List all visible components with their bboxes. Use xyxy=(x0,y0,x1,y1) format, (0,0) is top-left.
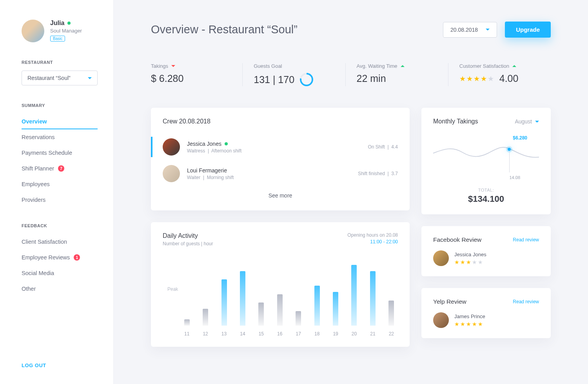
chart-tick: 22 xyxy=(389,331,394,337)
nav-item-reservations[interactable]: Reservations xyxy=(22,129,98,145)
trend-down-icon xyxy=(171,65,175,67)
nav-item-other[interactable]: Other xyxy=(22,281,98,297)
crew-card: Crew 20.08.2018 Jessica Jones Waitress |… xyxy=(151,108,410,210)
facebook-review-card: Facebook Review Read review Jessica Jone… xyxy=(421,226,551,276)
spark-guideline xyxy=(509,151,510,172)
metric-waiting: Avg. Waiting Time 22 min xyxy=(346,63,448,86)
nav-label: Overview xyxy=(22,118,47,125)
nav-label: Employees xyxy=(22,181,50,187)
metric-satisfaction: Customer Satisfaction ★★★★★ 4.00 xyxy=(448,63,551,86)
spark-highlight-value: $6.280 xyxy=(513,135,527,141)
page-title: Overview - Restaurant “Soul” xyxy=(151,23,298,36)
chart-tick: 16 xyxy=(277,331,282,337)
metric-value: 22 min xyxy=(357,73,437,84)
metric-takings: Takings $ 6.280 xyxy=(151,63,243,86)
daily-title: Daily Activity xyxy=(163,232,213,239)
metric-label-text: Avg. Waiting Time xyxy=(357,63,397,69)
crew-title: Crew 20.08.2018 xyxy=(163,118,398,125)
metric-label-text: Takings xyxy=(151,63,168,69)
star-rating: ★★★★★ xyxy=(454,321,485,327)
metric-value-text: 131 | 170 xyxy=(254,74,294,85)
section-label-restaurant: RESTAURANT xyxy=(22,60,98,65)
see-more-link[interactable]: See more xyxy=(163,187,398,200)
daily-subtitle: Number of guests | hour xyxy=(163,241,213,246)
nav-label: Payments Schedule xyxy=(22,150,72,156)
crew-status: Shift finished | 3.7 xyxy=(358,171,398,176)
nav-item-shift-planner[interactable]: Shift Planner7 xyxy=(22,161,98,176)
read-review-link[interactable]: Read review xyxy=(513,237,539,243)
restaurant-selected: Restaurant “Soul” xyxy=(27,75,71,81)
metric-label-text: Customer Satisfaction xyxy=(459,63,509,69)
topbar: Overview - Restaurant “Soul” 20.08.2018 … xyxy=(151,22,551,38)
crew-avatar xyxy=(163,138,180,156)
chart-tick: 18 xyxy=(314,331,319,337)
review-source: Facebook Review xyxy=(433,236,481,243)
chevron-down-icon xyxy=(486,29,490,31)
chart-tick: 12 xyxy=(203,331,208,337)
star-rating: ★★★★★ xyxy=(454,259,486,265)
daily-activity-card: Daily Activity Number of guests | hour O… xyxy=(151,222,410,347)
chart-tick: 15 xyxy=(259,331,264,337)
chart-tick: 13 xyxy=(221,331,227,337)
chart-bar xyxy=(184,319,190,326)
yelp-review-card: Yelp Review Read review James Prince ★★★… xyxy=(421,288,551,338)
trend-up-icon xyxy=(512,65,516,67)
chevron-down-icon xyxy=(535,121,539,123)
metric-label-text: Guests Goal xyxy=(254,63,282,69)
monthly-total-value: $134.100 xyxy=(433,194,539,204)
nav-label: Social Media xyxy=(22,270,54,276)
nav-item-providers[interactable]: Providers xyxy=(22,192,98,208)
online-dot-icon xyxy=(67,22,71,25)
date-picker[interactable]: 20.08.2018 xyxy=(443,22,497,38)
nav-label: Providers xyxy=(22,197,45,203)
badge-count: 1 xyxy=(74,254,80,261)
chart-bar xyxy=(258,302,264,326)
nav-item-overview[interactable]: Overview xyxy=(22,114,98,129)
crew-item[interactable]: Loui Fermagerie Waiter | Morning shift S… xyxy=(163,160,398,187)
badge-count: 7 xyxy=(58,165,64,172)
metric-guests: Guests Goal 131 | 170 xyxy=(243,63,345,86)
section-label-summary: SUMMARY xyxy=(22,103,98,108)
chart-bar xyxy=(370,271,376,326)
nav-item-payments[interactable]: Payments Schedule xyxy=(22,145,98,161)
chart-bar xyxy=(351,265,357,326)
chart-bar xyxy=(388,301,394,326)
sparkline-chart: $6.280 14.08 xyxy=(433,137,539,180)
trend-up-icon xyxy=(401,65,405,67)
crew-name-text: Jessica Jones xyxy=(187,141,221,147)
upgrade-button[interactable]: Upgrade xyxy=(505,22,551,38)
nav-item-employees[interactable]: Employees xyxy=(22,176,98,192)
nav-item-social-media[interactable]: Social Media xyxy=(22,265,98,281)
spark-highlight-date: 14.08 xyxy=(509,175,520,180)
nav-item-client-satisfaction[interactable]: Client Satisfaction xyxy=(22,234,98,250)
date-value: 20.08.2018 xyxy=(450,27,478,33)
crew-shift: Afternoon shift xyxy=(211,148,241,154)
nav-item-employee-reviews[interactable]: Employee Reviews1 xyxy=(22,250,98,265)
opening-hours: 11:00 - 22:00 xyxy=(347,239,398,245)
chart-bar xyxy=(240,271,245,326)
chart-tick: 20 xyxy=(352,331,357,337)
reviewer-name: Jessica Jones xyxy=(454,252,486,257)
daily-activity-chart: Peak 111213141516171819202122 xyxy=(163,258,398,337)
opening-label: Opening hours on 20.08 xyxy=(347,232,398,238)
crew-status: On Shift | 4.4 xyxy=(368,144,398,150)
main-content: Overview - Restaurant “Soul” 20.08.2018 … xyxy=(114,0,588,384)
section-label-feedback: FEEDBACK xyxy=(22,223,98,228)
nav-feedback: Client Satisfaction Employee Reviews1 So… xyxy=(22,234,98,297)
reviewer-avatar xyxy=(433,312,449,328)
chart-tick: 19 xyxy=(333,331,338,337)
crew-item[interactable]: Jessica Jones Waitress | Afternoon shift… xyxy=(163,134,398,160)
progress-ring-icon xyxy=(300,73,313,86)
chart-bar xyxy=(277,294,283,326)
month-select[interactable]: August xyxy=(515,118,539,125)
spark-point-icon xyxy=(508,148,511,151)
chart-tick: 11 xyxy=(184,331,189,337)
nav-label: Shift Planner xyxy=(22,165,54,172)
chart-tick: 21 xyxy=(370,331,375,337)
chart-bar xyxy=(203,309,208,326)
profile-avatar xyxy=(22,20,44,42)
reviewer-name: James Prince xyxy=(454,313,485,319)
logout-button[interactable]: LOG OUT xyxy=(22,362,98,368)
restaurant-select[interactable]: Restaurant “Soul” xyxy=(22,71,98,85)
read-review-link[interactable]: Read review xyxy=(513,299,539,304)
